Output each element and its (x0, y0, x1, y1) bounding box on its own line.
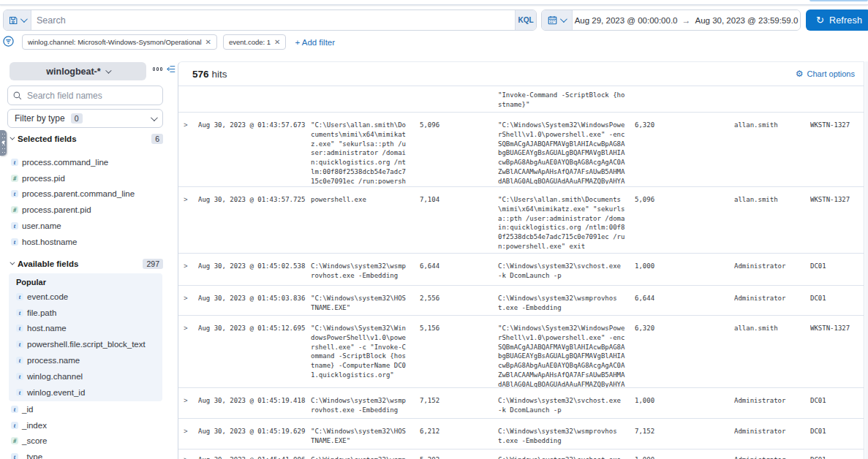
date-range-start[interactable]: Aug 29, 2023 @ 00:00:00.0 (575, 16, 678, 25)
cell-user_name: Administrator (734, 262, 807, 271)
field-name: _type (22, 452, 42, 459)
cell-time: Aug 30, 2023 @ 01:43:57.725 (198, 195, 308, 205)
cell-pid: 6,212 (420, 427, 471, 436)
cell-parent_pid: 6,320 (635, 121, 686, 130)
save-query-button[interactable] (4, 10, 31, 30)
chart-options-button[interactable]: ⚙ Chart options (796, 69, 855, 78)
field-item-user.name[interactable]: tuser.name (9, 218, 162, 234)
search-input[interactable]: Search (31, 10, 515, 30)
field-item-process.command_line[interactable]: tprocess.command_line (9, 154, 162, 170)
kql-toggle-button[interactable]: KQL (515, 10, 536, 30)
expand-row-icon[interactable]: > (184, 396, 197, 406)
date-range-arrow-icon: → (682, 15, 691, 26)
search-icon (13, 91, 22, 100)
results-panel: 576hits ⚙ Chart options "Invoke-Command … (178, 61, 864, 459)
expand-row-icon[interactable]: > (184, 324, 197, 333)
field-item-process.name[interactable]: tprocess.name (14, 352, 162, 368)
cell-parent_pid: 7,152 (635, 427, 686, 436)
cell-command_line: C:\Windows\system32\wsmp rovhost.exe -Em… (311, 262, 414, 281)
available-fields-chevron-icon (10, 260, 15, 265)
field-item-powershell.file.script_block_text[interactable]: tpowershell.file.script_block_text (14, 336, 162, 352)
cell-user_name: Administrator (734, 294, 807, 303)
field-name: process.pid (22, 174, 65, 183)
field-item-_type[interactable]: t_type (9, 449, 162, 459)
cell-parent_command_line: C:\Windows\system32\svchost.exe -k DcomL… (498, 262, 628, 281)
popular-fields-panel: Popular tevent.codetfile.paththost.namet… (9, 273, 162, 401)
field-name: host.hostname (22, 238, 77, 246)
selected-fields-header[interactable]: Selected fields 6 (7, 133, 163, 144)
selected-fields-list: tprocess.command_line#process.pidtproces… (9, 154, 162, 250)
table-row: >Aug 30, 2023 @ 01:43:57.725powershell.e… (178, 187, 864, 254)
field-name: event.code (27, 292, 68, 301)
date-range-end[interactable]: Aug 30, 2023 @ 23:59:59.0 (695, 16, 799, 25)
cell-command_line: "C:\Windows\system32\HOS TNAME.EXE" (311, 427, 414, 446)
cell-user_name: Administrator (734, 455, 807, 459)
results-header: 576hits ⚙ Chart options (178, 62, 864, 86)
filter-remove-icon[interactable]: ✕ (274, 39, 280, 46)
popular-fields-label: Popular (14, 278, 162, 287)
field-item-file.path[interactable]: tfile.path (14, 305, 162, 321)
cell-time: Aug 30, 2023 @ 01:45:19.418 (198, 396, 308, 406)
string-field-icon: t (11, 238, 18, 246)
available-fields-header[interactable]: Available fields 297 (7, 258, 163, 269)
field-item-process.parent.pid[interactable]: #process.parent.pid (9, 202, 162, 218)
field-name: powershell.file.script_block_text (27, 340, 146, 349)
cell-time: Aug 30, 2023 @ 01:45:12.695 (198, 324, 308, 333)
expand-row-icon[interactable]: > (184, 262, 197, 271)
index-pattern-select[interactable]: winlogbeat-* (10, 62, 146, 80)
filter-remove-icon[interactable]: ✕ (205, 39, 211, 46)
field-item-_id[interactable]: t_id (9, 401, 162, 417)
scrollbar-track[interactable] (865, 61, 868, 459)
top-nav-button-edge (809, 0, 868, 1)
number-field-icon: # (11, 206, 18, 213)
filter-settings-icon[interactable] (3, 36, 14, 47)
cell-parent_command_line: "C:\Windows\System32\WindowsPowe rShell\… (498, 324, 628, 387)
date-quick-select-button[interactable] (542, 10, 573, 30)
string-field-icon: t (11, 422, 18, 429)
field-item-host.hostname[interactable]: thost.hostname (9, 234, 162, 250)
expand-row-icon[interactable]: > (184, 294, 197, 303)
string-field-icon: t (16, 389, 23, 396)
expand-row-icon[interactable]: > (184, 121, 197, 130)
field-item-process.parent.command_line[interactable]: tprocess.parent.command_line (9, 186, 162, 202)
cell-pid: 5,156 (420, 324, 471, 333)
cell-command_line: powershell.exe (311, 195, 414, 205)
expand-row-icon[interactable]: > (184, 455, 197, 459)
field-name: file.path (27, 308, 56, 317)
cell-time: Aug 30, 2023 @ 01:43:57.673 (198, 121, 308, 130)
expand-row-icon[interactable]: > (184, 195, 197, 205)
table-row: >Aug 30, 2023 @ 01:45:12.695"C:\Windows\… (178, 316, 864, 388)
field-item-winlog.event_id[interactable]: twinlog.event_id (14, 384, 162, 401)
expand-row-icon[interactable]: > (184, 427, 197, 436)
filter-pill[interactable]: winlog.channel: Microsoft-Windows-Sysmon… (22, 34, 217, 50)
cell-command_line: C:\Windows\system32\wsmp rovhost.exe -Em… (311, 396, 414, 415)
string-field-icon: t (16, 293, 23, 300)
number-field-icon: # (11, 175, 18, 182)
sidebar-resizer-handle[interactable] (0, 130, 7, 156)
cell-parent_pid: 6,644 (635, 294, 686, 303)
collapse-sidebar-icon[interactable] (167, 65, 176, 73)
field-item-process.pid[interactable]: #process.pid (9, 170, 162, 186)
filter-pill-label: winlog.channel: Microsoft-Windows-Sysmon… (28, 38, 202, 46)
field-search-input[interactable]: Search field names (7, 86, 163, 105)
cell-host_hostname: DC01 (810, 427, 863, 436)
cell-parent_pid: 5,096 (635, 195, 686, 205)
cell-time: Aug 30, 2023 @ 01:45:03.836 (198, 294, 308, 303)
filter-by-type-button[interactable]: Filter by type 0 (7, 109, 163, 128)
cell-parent_pid: 1,000 (635, 396, 686, 406)
field-item-winlog.channel[interactable]: twinlog.channel (14, 368, 162, 384)
field-item-host.name[interactable]: thost.name (14, 321, 162, 337)
field-item-_score[interactable]: #_score (9, 433, 162, 449)
refresh-button[interactable]: ↻ Refresh (806, 10, 868, 31)
cell-user_name: allan.smith (734, 324, 807, 333)
filter-by-type-count-badge: 0 (71, 113, 83, 124)
filter-pill[interactable]: event.code: 1✕ (223, 34, 286, 50)
add-filter-button[interactable]: + Add filter (295, 38, 335, 47)
cell-parent_pid: 1,000 (635, 262, 686, 271)
available-fields-list: t_idt_index#_scoret_type (9, 401, 162, 459)
field-item-_index[interactable]: t_index (9, 417, 162, 433)
field-item-event.code[interactable]: tevent.code (14, 289, 162, 305)
index-pattern-options-icon[interactable] (153, 67, 162, 72)
refresh-icon: ↻ (816, 15, 824, 25)
index-pattern-chevron-icon (105, 67, 111, 73)
